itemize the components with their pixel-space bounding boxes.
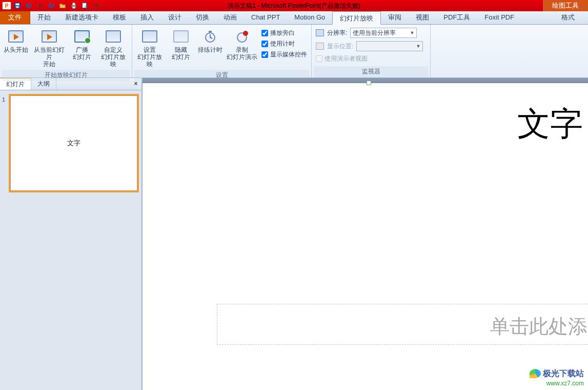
from-current-button[interactable]: 从当前幻灯片开始: [31, 26, 67, 70]
monitor-icon: [316, 29, 324, 36]
ribbon-tabs: 文件 开始 新建选项卡 模板 插入 设计 切换 动画 Chat PPT Moti…: [0, 11, 588, 25]
quick-access-toolbar: P ▾ ▾: [0, 1, 102, 10]
svg-rect-1: [16, 4, 19, 6]
slides-panel: 幻灯片 大纲 × 1 文字: [0, 78, 143, 390]
svg-rect-9: [209, 31, 212, 32]
resize-handle-t[interactable]: [367, 81, 371, 85]
tab-transition[interactable]: 切换: [189, 11, 216, 24]
svg-rect-6: [83, 3, 87, 8]
show-on-row: 显示位置: ▼: [314, 40, 425, 52]
subtitle-textbox[interactable]: 单击此处添加副: [217, 304, 588, 345]
tab-new[interactable]: 新建选项卡: [58, 11, 106, 24]
use-timings-checkbox[interactable]: 使用计时: [259, 38, 309, 49]
slide-thumbnail-1[interactable]: 1 文字: [2, 95, 139, 191]
app-icon[interactable]: P: [2, 2, 11, 10]
svg-rect-5: [72, 7, 75, 9]
thumbnails-area[interactable]: 1 文字: [0, 90, 141, 390]
ribbon: 从头开始 从当前幻灯片开始 广播幻灯片 自定义幻灯片放映 开始放映幻灯片 设置幻…: [0, 25, 588, 78]
resolution-label: 分辨率:: [327, 29, 347, 37]
resolution-row: 分辨率: 使用当前分辨率▼: [314, 27, 425, 39]
tab-chatppt[interactable]: Chat PPT: [244, 11, 287, 24]
title-bar: P ▾ ▾ 演示文稿1 - Microsoft PowerPoint(产品激活失…: [0, 0, 588, 11]
play-narrations-checkbox[interactable]: 播放旁白: [259, 28, 309, 38]
qat-customize[interactable]: ▾: [91, 1, 102, 10]
from-beginning-button[interactable]: 从头开始: [2, 26, 30, 55]
redo-button[interactable]: [46, 1, 56, 10]
watermark: 极光下载站 www.xz7.com: [530, 368, 584, 387]
undo-dropdown[interactable]: ▾: [35, 1, 45, 10]
tab-home[interactable]: 开始: [30, 11, 58, 24]
thumb-number: 1: [2, 95, 8, 191]
print-preview-button[interactable]: [80, 1, 90, 10]
tab-animation[interactable]: 动画: [216, 11, 244, 24]
tab-design[interactable]: 设计: [161, 11, 189, 24]
slide-editor[interactable]: 文字 单击此处添加副 极光下载站 www.xz7.com: [143, 78, 588, 390]
tab-template[interactable]: 模板: [106, 11, 133, 24]
undo-button[interactable]: [24, 1, 34, 10]
thumb-preview[interactable]: 文字: [10, 95, 137, 191]
show-media-controls-checkbox[interactable]: 显示媒体控件: [259, 49, 309, 60]
swirl-icon: [530, 369, 541, 378]
tab-slideshow[interactable]: 幻灯片放映: [332, 11, 381, 25]
tab-insert[interactable]: 插入: [133, 11, 161, 24]
hide-slide-button[interactable]: 隐藏幻灯片: [167, 26, 195, 63]
show-on-label: 显示位置:: [327, 42, 353, 51]
open-button[interactable]: [57, 1, 68, 10]
title-textbox[interactable]: 文字: [143, 83, 588, 168]
broadcast-button[interactable]: 广播幻灯片: [68, 26, 96, 63]
subtitle-placeholder[interactable]: 单击此处添加副: [217, 304, 588, 340]
tab-file[interactable]: 文件: [0, 11, 30, 24]
monitor-icon: [316, 43, 324, 50]
tab-view[interactable]: 视图: [409, 11, 436, 24]
tab-review[interactable]: 审阅: [381, 11, 409, 24]
contextual-tab-drawing-tools[interactable]: 绘图工具: [543, 0, 588, 11]
tab-foxitpdf[interactable]: Foxit PDF: [477, 11, 521, 24]
group-label: 监视器: [314, 66, 428, 77]
resolution-combo[interactable]: 使用当前分辨率▼: [350, 28, 417, 38]
tab-pdftools[interactable]: PDF工具: [436, 11, 477, 24]
tab-format[interactable]: 格式: [554, 11, 582, 24]
group-monitors: 分辨率: 使用当前分辨率▼ 显示位置: ▼ 使用演示者视图 监视器: [312, 25, 431, 77]
record-slideshow-button[interactable]: 录制幻灯片演示: [225, 26, 258, 63]
show-on-combo: ▼: [356, 41, 423, 51]
slide-canvas[interactable]: 文字 单击此处添加副: [143, 83, 588, 390]
thumb-title-text: 文字: [67, 139, 80, 148]
save-button[interactable]: [12, 1, 23, 10]
group-start-slideshow: 从头开始 从当前幻灯片开始 广播幻灯片 自定义幻灯片放映 开始放映幻灯片: [0, 25, 132, 77]
presenter-view-checkbox: 使用演示者视图: [314, 53, 425, 64]
tab-motiongo[interactable]: Motion Go: [287, 11, 332, 24]
watermark-url: www.xz7.com: [530, 380, 584, 387]
custom-slideshow-button[interactable]: 自定义幻灯片放映: [97, 26, 130, 70]
window-title: 演示文稿1 - Microsoft PowerPoint(产品激活失败): [228, 2, 360, 10]
group-setup: 设置幻灯片放映 隐藏幻灯片 排练计时 录制幻灯片演示 播放旁白 使用计时 显示媒…: [132, 25, 312, 77]
watermark-logo: 极光下载站: [530, 368, 584, 379]
quick-print-button[interactable]: [69, 1, 79, 10]
title-text[interactable]: 文字: [517, 102, 583, 146]
setup-slideshow-button[interactable]: 设置幻灯片放映: [134, 26, 166, 70]
group-label: 开始放映幻灯片: [2, 70, 130, 81]
svg-point-11: [243, 31, 248, 36]
rehearse-timings-button[interactable]: 排练计时: [196, 26, 224, 55]
content-area: 幻灯片 大纲 × 1 文字: [0, 78, 588, 390]
svg-rect-2: [16, 6, 18, 8]
svg-rect-4: [72, 3, 75, 5]
